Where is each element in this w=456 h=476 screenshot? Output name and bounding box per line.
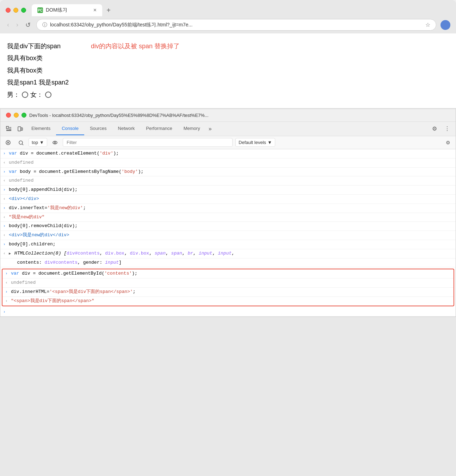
clear-console-button[interactable] xyxy=(3,138,13,148)
console-row-16: ‹ "<span>我是div下面的span</span>" xyxy=(2,297,454,306)
svg-point-4 xyxy=(19,141,23,144)
log-levels-selector[interactable]: Default levels ▼ xyxy=(235,138,275,147)
console-row-6: ‹ <div></div> xyxy=(0,195,456,204)
devtools-maximize-button[interactable] xyxy=(21,113,26,118)
male-radio[interactable] xyxy=(22,92,28,98)
input-arrow-2: › xyxy=(3,168,9,175)
console-prompt-row[interactable]: › xyxy=(0,308,456,317)
tab-close-button[interactable]: × xyxy=(93,7,97,13)
console-settings-icon[interactable]: ⚙ xyxy=(443,138,453,148)
console-row-12a: ‹ ▶ HTMLCollection(8) [div#contents, div… xyxy=(0,249,456,258)
female-radio[interactable] xyxy=(45,92,51,98)
address-bar[interactable]: ⓘ localhost:63342/oby_python/Day55前端/tes… xyxy=(36,19,436,31)
device-icon[interactable] xyxy=(14,122,26,136)
profile-button[interactable] xyxy=(440,20,450,30)
console-row-7: › div.innerText='我是new的div'; xyxy=(0,204,456,213)
page-red-text: div的内容以及被 span 替换掉了 xyxy=(91,40,180,52)
console-result-1: undefined xyxy=(9,159,453,167)
page-text-1: 我是div下面的span xyxy=(7,40,61,52)
console-result-7: undefined xyxy=(11,279,451,287)
output-arrow-4: ‹ xyxy=(3,214,9,221)
tab-memory[interactable]: Memory xyxy=(178,122,206,135)
console-row-1: › var div = document.createElement('div'… xyxy=(0,149,456,158)
more-tabs-button[interactable]: » xyxy=(206,122,215,136)
minimize-button[interactable] xyxy=(13,8,18,13)
tab-favicon: PC xyxy=(37,7,43,13)
tab-network[interactable]: Network xyxy=(112,122,141,135)
eye-icon[interactable] xyxy=(50,138,60,148)
forward-button[interactable]: › xyxy=(15,20,20,30)
settings-icon[interactable]: ⚙ xyxy=(429,123,440,134)
inspector-icon[interactable] xyxy=(3,122,14,136)
browser-window: PC DOM练习 × + ‹ › ↺ ⓘ localhost:63342/oby… xyxy=(0,0,456,476)
svg-line-5 xyxy=(22,144,23,145)
console-code-7: var div = document.getElementById('conte… xyxy=(11,270,451,277)
prompt-input[interactable] xyxy=(9,308,453,316)
tab-sources[interactable]: Sources xyxy=(84,122,112,135)
filter-input[interactable] xyxy=(63,138,233,147)
svg-rect-2 xyxy=(21,128,23,130)
console-row-9: › body[0].removeChild(div); xyxy=(0,222,456,231)
console-row-15: › div.innerHTML='<span>我是div下面的span</spa… xyxy=(2,288,454,297)
console-code-2: var body = document.getElementsByTagName… xyxy=(9,168,453,176)
input-arrow-3: › xyxy=(3,186,9,193)
output-arrow-8: ‹ xyxy=(5,298,11,305)
refresh-button[interactable]: ↺ xyxy=(24,20,32,30)
levels-arrow: ▼ xyxy=(267,140,272,145)
maximize-button[interactable] xyxy=(21,8,26,13)
context-value: top xyxy=(32,140,38,145)
prompt-arrow: › xyxy=(3,308,9,315)
input-arrow-7: › xyxy=(5,270,11,277)
tab-bar: PC DOM练习 × + xyxy=(32,4,450,16)
male-label: 男： xyxy=(7,89,20,100)
page-line-4: 我是span1 我是span2 xyxy=(7,77,449,88)
page-text-2: 我具有box类 xyxy=(7,52,43,64)
console-result-6b: contents: div#contents, gender: input] xyxy=(9,259,453,267)
console-toolbar: top ▼ Default levels ▼ ⚙ xyxy=(0,136,456,149)
console-result-5: <div>我是new的div</div> xyxy=(9,232,453,239)
svg-point-6 xyxy=(53,141,57,144)
output-arrow-7: ‹ xyxy=(5,279,11,286)
devtools-close-button[interactable] xyxy=(6,113,11,118)
active-tab[interactable]: PC DOM练习 × xyxy=(32,4,102,16)
spacer-arrow: ‹ xyxy=(3,259,9,266)
page-line-3: 我具有box类 xyxy=(7,65,449,76)
console-row-14: ‹ undefined xyxy=(2,278,454,288)
page-line-2: 我具有box类 xyxy=(7,52,449,64)
page-line-5: 男： 女： xyxy=(7,89,449,100)
devtools-minimize-button[interactable] xyxy=(14,113,19,118)
console-code-3: body[0].appendChild(div); xyxy=(9,186,453,194)
input-arrow-6: › xyxy=(3,241,9,248)
console-code-8: div.innerHTML='<span>我是div下面的span</span>… xyxy=(11,288,451,296)
console-row-3: › var body = document.getElementsByTagNa… xyxy=(0,168,456,177)
address-text: localhost:63342/oby_python/Day55前端/test练… xyxy=(50,22,423,28)
female-label: 女： xyxy=(30,89,43,100)
input-arrow-1: › xyxy=(3,150,9,157)
tab-console[interactable]: Console xyxy=(56,122,84,135)
output-arrow-3: ‹ xyxy=(3,195,9,202)
output-arrow-1: ‹ xyxy=(3,159,9,166)
back-button[interactable]: ‹ xyxy=(6,20,11,30)
filter-icon[interactable] xyxy=(16,138,26,148)
tab-performance[interactable]: Performance xyxy=(140,122,178,135)
more-options-icon[interactable]: ⋮ xyxy=(442,123,453,134)
console-row-8: ‹ "我是new的div" xyxy=(0,213,456,222)
bookmark-icon[interactable]: ☆ xyxy=(425,21,430,28)
devtools-traffic-lights xyxy=(6,113,26,118)
devtools-tabs: Elements Console Sources Network Perform… xyxy=(0,122,456,136)
new-tab-button[interactable]: + xyxy=(104,5,113,15)
console-result-4: "我是new的div" xyxy=(9,214,453,221)
context-arrow: ▼ xyxy=(39,140,44,145)
tab-title: DOM练习 xyxy=(46,7,67,13)
console-row-13: › var div = document.getElementById('con… xyxy=(2,269,454,278)
console-row-11: › body[0].children; xyxy=(0,240,456,249)
tab-elements[interactable]: Elements xyxy=(26,122,56,135)
page-line-1: 我是div下面的span div的内容以及被 span 替换掉了 xyxy=(7,40,449,52)
close-button[interactable] xyxy=(6,8,11,13)
svg-point-7 xyxy=(54,142,56,143)
input-arrow-4: › xyxy=(3,205,9,212)
console-row-4: ‹ undefined xyxy=(0,176,456,186)
console-code-1: var div = document.createElement('div'); xyxy=(9,150,453,157)
context-selector[interactable]: top ▼ xyxy=(29,138,47,147)
console-row-10: ‹ <div>我是new的div</div> xyxy=(0,231,456,240)
